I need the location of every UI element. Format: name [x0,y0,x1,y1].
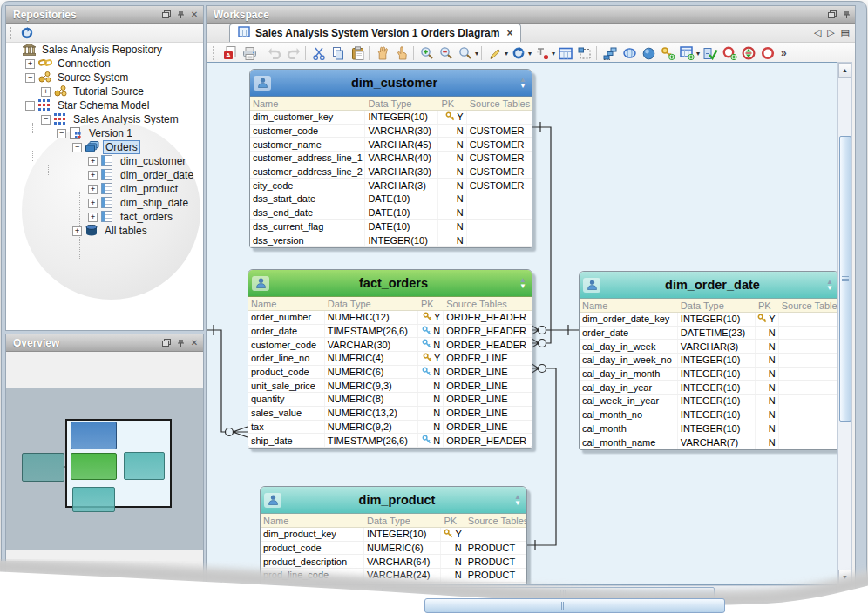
entity-row[interactable]: cal_day_in_week_noINTEGER(10)N [580,354,838,368]
close-icon[interactable]: ✕ [189,338,200,348]
entity-header[interactable]: fact_orders▲▼ [248,270,532,297]
pointer-hand-icon[interactable] [393,44,410,62]
pan-hand-icon[interactable] [374,44,391,62]
entity-row[interactable]: prod_line_codeVARCHAR(24)NPRODUCT [261,569,526,583]
restore-icon[interactable] [161,338,172,348]
tree-item-orders[interactable]: −Orders [6,140,203,154]
validate-icon[interactable] [702,44,719,62]
zoom-icon[interactable] [457,44,474,62]
restore-icon[interactable] [161,10,172,20]
refresh-icon[interactable] [18,24,36,42]
expand-toggle-icon[interactable]: + [41,87,51,97]
entity-dim_customer[interactable]: dim_customer▲▼NameData TypePKSource Tabl… [249,69,532,248]
tab-orders-diagram[interactable]: Sales Analysis System Version 1 Orders D… [229,24,521,42]
dropdown-arrow-icon[interactable]: ▾ [696,50,700,57]
dropdown-arrow-icon[interactable]: ▾ [552,50,555,57]
entity-dim_product[interactable]: dim_product▲▼NameData TypePKSource Table… [260,486,527,585]
entity-row[interactable]: dim_order_date_keyINTEGER(10)Y [580,313,838,327]
expand-toggle-icon[interactable]: − [72,143,82,152]
entity-row[interactable]: cal_day_in_yearINTEGER(10)N [580,381,838,395]
dropdown-arrow-icon[interactable]: ▾ [528,50,532,57]
entity-row[interactable]: unit_sale_priceNUMERIC(9,3)NORDER_LINE [248,379,532,393]
copy-icon[interactable] [329,44,347,62]
entity-row[interactable]: cal_day_in_monthINTEGER(10)N [580,368,838,381]
entity-row[interactable]: dss_versionINTEGER(10)N [250,233,532,247]
expand-toggle-icon[interactable]: + [88,185,98,194]
sphere-icon[interactable] [640,44,657,62]
entity-row[interactable]: customer_nameVARCHAR(45)NCUSTOMER [250,138,532,152]
entity-row[interactable]: cal_month_nameVARCHAR(7)N [580,435,838,449]
entity-row[interactable]: cal_day_in_weekVARCHAR(3)N [580,340,838,354]
entity-row[interactable]: dim_customer_keyINTEGER(10)Y [250,111,532,125]
diagram-canvas[interactable]: dim_customer▲▼NameData TypePKSource Tabl… [207,62,838,585]
add-key-icon[interactable] [659,44,676,62]
tree-item-sales-analysis-repository[interactable]: Sales Analysis Repository [6,43,203,57]
scroll-down-icon[interactable]: ▼ [519,283,526,289]
tree-item-version-1[interactable]: −Version 1 [6,126,203,140]
add-table-icon[interactable] [678,44,695,62]
expand-toggle-icon[interactable]: + [88,213,98,222]
entity-row[interactable]: order_numberNUMERIC(12)YORDER_HEADER [248,311,532,325]
entity-row[interactable]: order_dateDATETIME(23)N [580,327,838,341]
entity-row[interactable]: ship_dateTIMESTAMP(26,6)NORDER_HEADER [248,434,532,448]
scroll-down-icon[interactable]: ▼ [519,83,526,89]
tab-list-icon[interactable]: ▤ [841,27,850,38]
expand-toggle-icon[interactable]: + [25,59,35,69]
table-view-icon[interactable] [557,44,574,62]
paste-icon[interactable] [349,44,366,62]
tree-item-source-system[interactable]: −Source System [6,71,203,84]
lens-icon[interactable] [620,44,638,62]
cut-icon[interactable] [310,44,328,62]
scroll-down-icon[interactable]: ▼ [826,285,833,291]
entity-fact_orders[interactable]: fact_orders▲▼NameData TypePKSource Table… [248,269,532,449]
dropdown-arrow-icon[interactable]: ▾ [475,50,478,57]
entity-row[interactable]: product_codeNUMERIC(6)NORDER_LINE [248,366,532,380]
restore-icon[interactable] [827,10,837,20]
entity-row[interactable]: quantityNUMERIC(8)NORDER_LINE [248,393,532,407]
entity-row[interactable]: order_line_noNUMERIC(4)YORDER_LINE [248,352,532,366]
hierarchy-icon[interactable] [601,44,619,62]
entity-header[interactable]: dim_product▲▼ [261,487,526,514]
expand-toggle-icon[interactable]: + [88,157,98,166]
tree-item-dim-ship-date[interactable]: +dim_ship_date [6,196,203,210]
overview-minimap[interactable] [6,388,203,550]
scroll-up-button[interactable]: ▲ [838,63,851,78]
entity-header[interactable]: dim_customer▲▼ [250,70,532,97]
entity-row[interactable]: product_descriptionVARCHAR(64)NPRODUCT [261,555,526,569]
pencil-icon[interactable] [486,44,504,62]
entity-row[interactable]: sales_valueNUMERIC(13,2)NORDER_LINE [248,407,532,421]
vertical-scrollbar[interactable]: ▲ ▼ [837,62,852,585]
zoom-out-icon[interactable] [437,44,455,62]
entity-row[interactable]: customer_codeVARCHAR(30)NCUSTOMER [250,125,532,138]
expand-toggle-icon[interactable]: − [25,101,35,111]
tree-item-dim-order-date[interactable]: +dim_order_date [6,168,203,182]
expand-toggle-icon[interactable]: − [41,115,51,125]
entity-row[interactable]: cal_month_noINTEGER(10)N [580,408,838,422]
tree-item-connection[interactable]: +Connection [6,57,203,71]
entity-row[interactable]: cal_monthINTEGER(10)N [580,422,838,436]
entity-header[interactable]: dim_order_date▲▼ [580,272,838,299]
dropdown-arrow-icon[interactable]: ▾ [505,50,508,57]
expand-toggle-icon[interactable]: − [57,129,66,138]
expand-toggle-icon[interactable]: + [88,171,98,180]
entity-row[interactable]: customer_address_line_1VARCHAR(40)NCUSTO… [250,152,532,165]
swap-icon[interactable] [740,44,757,62]
expand-toggle-icon[interactable]: + [72,226,82,236]
select-area-icon[interactable] [576,44,593,62]
entity-row[interactable]: city_codeVARCHAR(3)NCUSTOMER [250,179,532,192]
entity-row[interactable]: taxNUMERIC(9,2)NORDER_LINE [248,421,532,435]
vertical-scroll-thumb[interactable] [839,136,851,422]
entity-row[interactable]: customer_address_line_2VARCHAR(30)NCUSTO… [250,165,532,179]
tree-item-tutorial-source[interactable]: +Tutorial Source [6,84,203,98]
entity-row[interactable]: product_codeNUMERIC(6)NPRODUCT [261,542,526,556]
entity-row[interactable]: cal_week_in_yearINTEGER(10)N [580,395,838,408]
marker-icon[interactable] [533,44,551,62]
entity-row[interactable]: dss_current_flagDATE(10)N [250,220,532,234]
horizontal-scroll-thumb[interactable] [382,587,715,599]
refresh-icon[interactable] [510,44,527,62]
tree-item-dim-product[interactable]: +dim_product [6,182,203,196]
tab-scroll-right-icon[interactable]: ▷ [827,27,834,38]
expand-toggle-icon[interactable]: − [25,73,35,83]
zoom-in-icon[interactable] [418,44,436,62]
tab-scroll-left-icon[interactable]: ◁ [814,27,821,38]
